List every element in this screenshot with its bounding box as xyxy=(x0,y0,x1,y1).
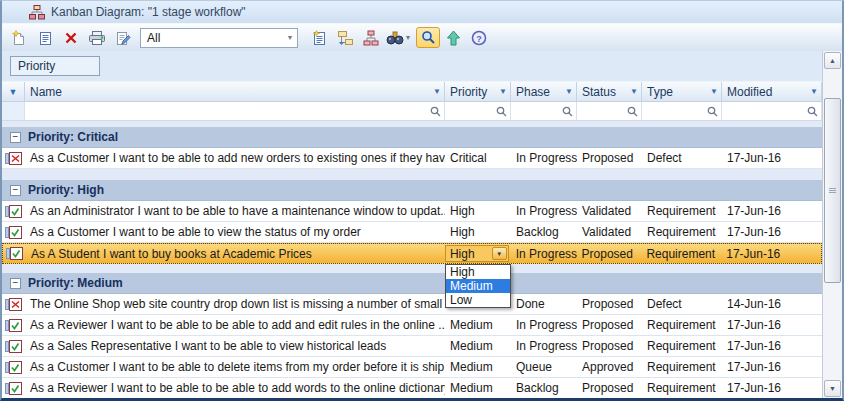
scrollbar-grip xyxy=(829,188,836,194)
filter-arrow-icon[interactable]: ▼ xyxy=(9,87,18,97)
delete-button[interactable] xyxy=(58,27,84,49)
help-button[interactable]: ? xyxy=(466,27,492,49)
row-modified: 17-Jun-16 xyxy=(722,336,822,356)
collapse-icon[interactable]: − xyxy=(10,185,21,196)
filter-input-name[interactable] xyxy=(25,102,445,120)
row-priority: Medium xyxy=(445,357,511,377)
row-phase: In Progress xyxy=(511,201,577,221)
defect-icon xyxy=(5,298,22,311)
edit-button[interactable] xyxy=(110,27,136,49)
priority-combobox[interactable]: High▼ xyxy=(445,245,509,262)
filter-input-phase[interactable] xyxy=(511,102,577,120)
row-type: Requirement xyxy=(642,201,722,221)
search-toggle-button[interactable] xyxy=(416,27,440,48)
requirement-icon xyxy=(5,361,22,374)
table-row[interactable]: As a Reviewer I want to be able to be ab… xyxy=(2,315,822,336)
print-button[interactable] xyxy=(84,27,110,49)
table-row[interactable]: As a Reviewer I want to be able to be ab… xyxy=(2,378,822,398)
row-priority: Critical xyxy=(445,148,511,168)
chevron-down-icon[interactable]: ▼ xyxy=(283,34,297,41)
group-by-chip-priority[interactable]: Priority xyxy=(10,56,100,76)
vertical-scrollbar[interactable]: ▲ ▼ xyxy=(822,51,842,398)
filter-arrow-icon[interactable]: ▼ xyxy=(810,87,818,96)
table-row[interactable]: As a Customer I want to be able to view … xyxy=(2,222,822,243)
row-priority: High xyxy=(445,222,511,242)
combobox-dropdown-button[interactable]: ▼ xyxy=(492,247,507,260)
row-priority: High xyxy=(445,201,511,221)
properties-button[interactable] xyxy=(32,27,58,49)
table-row[interactable]: As a Customer I want to be able to add n… xyxy=(2,148,822,169)
chevron-down-icon[interactable]: ▼ xyxy=(405,34,412,41)
scrollbar-thumb[interactable] xyxy=(824,98,841,283)
column-header-phase[interactable]: Phase▼ xyxy=(511,82,577,101)
row-type: Requirement xyxy=(642,357,722,377)
column-header-name[interactable]: Name▼ xyxy=(25,82,445,101)
requirement-icon xyxy=(5,319,22,332)
group-header[interactable]: −Priority: High xyxy=(2,180,822,201)
table-row[interactable]: As an Administrator I want to be able to… xyxy=(2,201,822,222)
row-name: As a Customer I want to be able to view … xyxy=(25,222,445,242)
row-name: As a Customer I want to be able to add n… xyxy=(25,148,445,168)
column-header-modified[interactable]: Modified▼ xyxy=(722,82,822,101)
column-header-status[interactable]: Status▼ xyxy=(577,82,642,101)
row-phase: Backlog xyxy=(511,378,577,398)
filter-arrow-icon[interactable]: ▼ xyxy=(630,87,638,96)
dropdown-option-low[interactable]: Low xyxy=(446,293,510,307)
row-name: As a Sales Representative I want to be a… xyxy=(25,336,445,356)
group-spacer xyxy=(2,264,822,273)
row-phase: In Progress xyxy=(511,244,577,263)
dropdown-option-medium[interactable]: Medium xyxy=(446,279,510,293)
orgchart-button[interactable] xyxy=(358,27,384,49)
column-header-priority[interactable]: Priority▼ xyxy=(445,82,511,101)
pane-title: Kanban Diagram: "1 stage workflow" xyxy=(51,5,246,19)
filter-input-type[interactable] xyxy=(642,102,722,120)
requirement-icon xyxy=(5,340,22,353)
row-type: Requirement xyxy=(642,378,722,398)
table-row[interactable]: As a Sales Representative I want to be a… xyxy=(2,336,822,357)
group-by-bar: Priority xyxy=(2,51,822,81)
row-priority: Medium xyxy=(445,378,511,398)
column-header-type[interactable]: Type▼ xyxy=(642,82,722,101)
dropdown-option-high[interactable]: High xyxy=(446,265,510,279)
table-row[interactable]: As a Customer I want to be able to delet… xyxy=(2,357,822,378)
row-modified: 14-Jun-16 xyxy=(722,294,822,314)
row-status: Proposed xyxy=(577,148,642,168)
new-element-button[interactable] xyxy=(306,27,332,49)
row-type: Defect xyxy=(642,148,722,168)
filter-arrow-icon[interactable]: ▼ xyxy=(565,87,573,96)
row-name: As a Customer I want to be able to delet… xyxy=(25,357,445,377)
filter-arrow-icon[interactable]: ▼ xyxy=(499,87,507,96)
header-selector-cell[interactable]: ▼ xyxy=(2,82,25,101)
row-modified: 17-Jun-16 xyxy=(721,244,821,263)
collapse-icon[interactable]: − xyxy=(10,132,21,143)
new-button[interactable] xyxy=(6,27,32,49)
toolbar-filter-value: All xyxy=(141,31,283,45)
filter-arrow-icon[interactable]: ▼ xyxy=(710,87,718,96)
table-row[interactable]: As A Student I want to buy books at Acad… xyxy=(2,243,822,264)
row-status: Validated xyxy=(577,201,642,221)
filter-input-status[interactable] xyxy=(577,102,642,120)
filter-input-priority[interactable] xyxy=(445,102,511,120)
pane-titlebar[interactable]: Kanban Diagram: "1 stage workflow" xyxy=(2,1,842,23)
promote-button[interactable] xyxy=(440,27,466,49)
row-modified: 17-Jun-16 xyxy=(722,201,822,221)
group-header[interactable]: −Priority: Medium xyxy=(2,273,822,294)
row-modified: 17-Jun-16 xyxy=(722,378,822,398)
requirement-icon xyxy=(5,226,22,239)
toolbar-filter-combobox[interactable]: All ▼ xyxy=(140,28,298,48)
group-header[interactable]: −Priority: Critical xyxy=(2,127,822,148)
row-type: Requirement xyxy=(641,244,721,263)
find-button[interactable]: ▼ xyxy=(384,27,416,49)
scroll-up-button[interactable]: ▲ xyxy=(824,52,841,69)
hierarchy-button[interactable] xyxy=(332,27,358,49)
row-phase: Queue xyxy=(511,357,577,377)
row-status: Proposed xyxy=(577,294,642,314)
scroll-down-button[interactable]: ▼ xyxy=(824,380,841,397)
table-row[interactable]: The Online Shop web site country drop do… xyxy=(2,294,822,315)
priority-dropdown-list[interactable]: High Medium Low xyxy=(445,264,511,308)
scrollbar-track[interactable] xyxy=(823,70,842,379)
collapse-icon[interactable]: − xyxy=(10,278,21,289)
row-name: As an Administrator I want to be able to… xyxy=(25,201,445,221)
filter-input-modified[interactable] xyxy=(722,102,822,120)
filter-arrow-icon[interactable]: ▼ xyxy=(433,87,441,96)
